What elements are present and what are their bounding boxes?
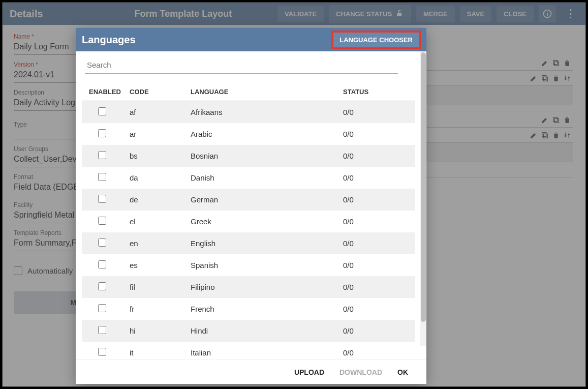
pencil-icon[interactable] — [530, 74, 538, 82]
table-row[interactable]: itItalian0/0 — [82, 342, 415, 360]
trash-icon[interactable] — [563, 59, 571, 67]
svg-rect-7 — [554, 118, 559, 123]
app-frame: Details Form Template Layout VALIDATE CH… — [2, 2, 586, 387]
cell-status: 0/0 — [343, 305, 408, 313]
trash-icon[interactable] — [552, 74, 560, 82]
dialog-header: Languages LANGUAGE CHOOSER — [76, 28, 426, 51]
info-icon[interactable] — [539, 5, 556, 22]
cell-code: en — [130, 239, 191, 248]
table-header: ENABLED CODE LANGUAGE STATUS — [82, 83, 415, 101]
upload-button[interactable]: UPLOAD — [294, 368, 324, 376]
auto-create-checkbox[interactable] — [14, 266, 22, 275]
enable-checkbox[interactable] — [98, 348, 106, 356]
enable-checkbox[interactable] — [98, 217, 106, 225]
app-header: Details Form Template Layout VALIDATE CH… — [3, 3, 585, 25]
cell-language: Afrikaans — [191, 108, 343, 116]
col-enabled: ENABLED — [89, 88, 130, 96]
languages-dialog: Languages LANGUAGE CHOOSER ENABLED CODE … — [76, 28, 426, 384]
cell-language: Spanish — [191, 261, 343, 270]
dialog-title: Languages — [82, 34, 136, 46]
cell-language: Greek — [191, 217, 343, 226]
enable-checkbox[interactable] — [98, 238, 106, 247]
cell-code: fr — [130, 305, 191, 313]
cell-status: 0/0 — [343, 326, 408, 335]
cell-code: es — [130, 261, 191, 270]
validate-button[interactable]: VALIDATE — [277, 6, 324, 22]
cell-status: 0/0 — [343, 239, 408, 248]
enable-checkbox[interactable] — [98, 260, 106, 268]
enable-checkbox[interactable] — [98, 151, 106, 159]
dialog-scrollbar[interactable] — [420, 51, 426, 346]
cell-code: af — [130, 108, 191, 116]
table-row[interactable]: frFrench0/0 — [82, 298, 415, 320]
enable-checkbox[interactable] — [98, 195, 106, 203]
download-button[interactable]: DOWNLOAD — [339, 368, 382, 376]
copy-icon[interactable] — [552, 116, 560, 124]
cell-code: hi — [130, 326, 191, 335]
svg-rect-9 — [543, 134, 547, 138]
svg-rect-8 — [553, 117, 558, 121]
table-row[interactable]: enEnglish0/0 — [82, 232, 415, 254]
enable-checkbox[interactable] — [98, 304, 106, 312]
sort-icon[interactable] — [563, 74, 571, 82]
cell-language: Filipino — [191, 283, 343, 291]
trash-icon[interactable] — [552, 131, 560, 139]
trash-icon[interactable] — [563, 116, 571, 124]
cell-language: Hindi — [191, 326, 343, 335]
cell-status: 0/0 — [343, 173, 408, 182]
change-status-button[interactable]: CHANGE STATUS — [329, 5, 411, 23]
table-row[interactable]: hiHindi0/0 — [82, 320, 415, 342]
table-row[interactable]: elGreek0/0 — [82, 211, 415, 232]
copy-icon[interactable] — [541, 131, 549, 139]
cell-code: da — [130, 173, 191, 182]
touch-icon — [395, 9, 404, 19]
cell-status: 0/0 — [343, 283, 408, 291]
table-row[interactable]: bsBosnian0/0 — [82, 145, 415, 167]
cell-language: Italian — [191, 348, 343, 357]
pencil-icon[interactable] — [541, 116, 549, 124]
search-input[interactable] — [85, 56, 398, 74]
enable-checkbox[interactable] — [98, 107, 106, 115]
svg-rect-3 — [554, 62, 559, 66]
table-row[interactable]: deGerman0/0 — [82, 189, 415, 211]
cell-language: English — [191, 239, 343, 248]
cell-status: 0/0 — [343, 152, 408, 160]
more-menu-icon[interactable]: ⋮ — [561, 8, 580, 19]
language-chooser-button[interactable]: LANGUAGE CHOOSER — [332, 31, 420, 49]
header-title-left: Details — [10, 8, 43, 20]
cell-status: 0/0 — [343, 195, 408, 204]
cell-code: de — [130, 195, 191, 204]
cell-language: Danish — [191, 173, 343, 182]
cell-code: bs — [130, 152, 191, 160]
cell-status: 0/0 — [343, 261, 408, 270]
dialog-footer: UPLOAD DOWNLOAD OK — [76, 360, 426, 384]
pencil-icon[interactable] — [530, 131, 538, 139]
table-row[interactable]: esSpanish0/0 — [82, 254, 415, 276]
enable-checkbox[interactable] — [98, 326, 106, 334]
table-row[interactable]: afAfrikaans0/0 — [82, 101, 415, 123]
col-status: STATUS — [343, 88, 408, 96]
cell-code: ar — [130, 130, 191, 138]
table-row[interactable]: daDanish0/0 — [82, 167, 415, 189]
svg-rect-4 — [553, 60, 558, 64]
col-code: CODE — [130, 88, 191, 96]
close-button[interactable]: CLOSE — [497, 6, 534, 22]
sort-icon[interactable] — [563, 131, 571, 139]
table-row[interactable]: arArabic0/0 — [82, 123, 415, 145]
copy-icon[interactable] — [541, 74, 549, 82]
pencil-icon[interactable] — [541, 59, 549, 67]
ok-button[interactable]: OK — [397, 368, 408, 376]
copy-icon[interactable] — [552, 59, 560, 67]
cell-language: French — [191, 305, 343, 313]
enable-checkbox[interactable] — [98, 282, 106, 290]
cell-status: 0/0 — [343, 348, 408, 357]
merge-button[interactable]: MERGE — [416, 6, 455, 22]
enable-checkbox[interactable] — [98, 129, 106, 137]
enable-checkbox[interactable] — [98, 173, 106, 181]
table-row[interactable]: filFilipino0/0 — [82, 276, 415, 298]
svg-point-2 — [547, 12, 548, 13]
scrollbar-thumb[interactable] — [421, 52, 426, 322]
svg-rect-6 — [542, 75, 546, 79]
cell-language: Bosnian — [191, 152, 343, 160]
save-button[interactable]: SAVE — [460, 6, 491, 22]
